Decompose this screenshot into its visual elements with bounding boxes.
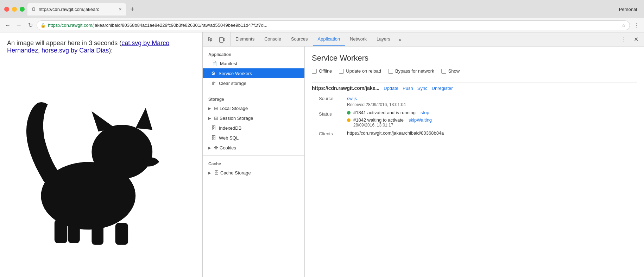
sidebar-item-indexeddb[interactable]: 🗄 IndexedDB <box>203 123 304 133</box>
sidebar-item-clear-storage[interactable]: 🗑 Clear storage <box>203 78 304 88</box>
offline-option[interactable]: Offline <box>312 68 332 74</box>
sw-status-entries: #1841 activated and is running stop #184… <box>347 110 432 128</box>
indexeddb-label: IndexedDB <box>219 125 241 131</box>
cache-storage-label: Cache Storage <box>220 170 251 176</box>
url-secure-part: https://cdn.rawgit.com/ <box>48 23 94 28</box>
nav-bar: ← → ↻ 🔒 https://cdn.rawgit.com/jakearchi… <box>0 18 644 32</box>
sidebar-item-local-storage[interactable]: ▶ ⊞ Local Storage <box>203 103 304 113</box>
tab-application[interactable]: Application <box>313 32 345 46</box>
offline-checkbox[interactable] <box>312 69 317 74</box>
title-bar: 🗒 https://cdn.rawgit.com/jakearc × + Per… <box>0 0 644 18</box>
service-workers-label: Service Workers <box>219 71 252 76</box>
sw-status-2-time: 28/09/2016, 13:01:17 <box>353 123 432 128</box>
sidebar-item-service-workers[interactable]: ⚙ Service Workers <box>203 68 304 78</box>
svg-rect-7 <box>115 223 128 245</box>
maximize-traffic-light[interactable] <box>20 7 25 12</box>
sidebar-item-manifest[interactable]: 📄 Manifest <box>203 59 304 68</box>
devtools-more-button[interactable]: ⋮ <box>619 34 629 45</box>
offline-label: Offline <box>319 68 332 74</box>
refresh-button[interactable]: ↻ <box>25 20 35 30</box>
address-bar[interactable]: 🔒 https://cdn.rawgit.com/jakearchibald/8… <box>37 20 630 30</box>
profile-label: Personal <box>619 7 640 12</box>
sw-source-label: Source <box>319 95 347 101</box>
sidebar-item-session-storage[interactable]: ▶ ⊞ Session Storage <box>203 113 304 123</box>
new-tab-button[interactable]: + <box>126 3 139 16</box>
cookies-arrow: ▶ <box>208 146 211 150</box>
sidebar-item-cache-storage[interactable]: ▶ 🗄 Cache Storage <box>203 168 304 178</box>
sw-status-label: Status <box>319 110 347 117</box>
sw-status-2-group: #1842 waiting to activate skipWaiting 28… <box>347 117 432 128</box>
sw-update-link[interactable]: Update <box>384 86 398 91</box>
devtools-tabs: Elements Console Sources Application Net… <box>231 32 616 46</box>
more-tabs-button[interactable]: » <box>395 32 405 46</box>
minimize-traffic-light[interactable] <box>12 7 17 12</box>
session-storage-arrow: ▶ <box>208 116 211 120</box>
bookmark-icon[interactable]: ☆ <box>621 23 626 28</box>
cache-storage-arrow: ▶ <box>208 171 211 175</box>
devtools-toolbar: Elements Console Sources Application Net… <box>203 32 644 47</box>
tab-console[interactable]: Console <box>259 32 286 46</box>
update-on-reload-label: Update on reload <box>346 68 381 74</box>
sidebar-item-cookies[interactable]: ▶ ✤ Cookies <box>203 143 304 153</box>
browser-window: 🗒 https://cdn.rawgit.com/jakearc × + Per… <box>0 0 644 277</box>
sw-sync-link[interactable]: Sync <box>417 86 428 91</box>
sw-unregister-link[interactable]: Unregister <box>432 86 453 91</box>
show-label: Show <box>448 68 460 74</box>
sw-origin-url: https://cdn.rawgit.com/jake... <box>312 85 379 91</box>
forward-button[interactable]: → <box>14 20 24 30</box>
manifest-icon: 📄 <box>211 61 217 66</box>
indexeddb-icon: 🗄 <box>211 125 216 131</box>
tab-close-button[interactable]: × <box>119 6 122 12</box>
devtools-panel: Elements Console Sources Application Net… <box>202 32 644 277</box>
inspect-element-icon[interactable] <box>206 34 216 45</box>
svg-rect-9 <box>223 38 225 41</box>
svg-rect-8 <box>220 37 223 42</box>
link-sep: , <box>38 47 42 54</box>
status-dot-orange <box>347 118 351 122</box>
sw-divider <box>312 82 637 82</box>
secure-icon: 🔒 <box>40 23 46 28</box>
sidebar-item-web-sql[interactable]: 🗄 Web SQL <box>203 133 304 143</box>
local-storage-arrow: ▶ <box>208 106 211 110</box>
cookies-label: Cookies <box>220 145 236 150</box>
update-on-reload-checkbox[interactable] <box>339 69 344 74</box>
sw-stop-link[interactable]: stop <box>421 110 429 115</box>
sw-source-content: sw.js Received 28/09/2016, 13:01:04 <box>347 95 406 107</box>
tab-network[interactable]: Network <box>345 32 372 46</box>
show-checkbox[interactable] <box>441 69 446 74</box>
show-option[interactable]: Show <box>441 68 460 74</box>
sw-clients-url: https://cdn.rawgit.com/jakearchibald/803… <box>347 130 444 136</box>
browser-tab[interactable]: 🗒 https://cdn.rawgit.com/jakearc × <box>27 3 126 16</box>
sw-clients-row: Clients https://cdn.rawgit.com/jakearchi… <box>312 130 637 136</box>
sw-status-2-text: #1842 waiting to activate <box>353 117 404 123</box>
clear-storage-label: Clear storage <box>219 81 246 86</box>
web-sql-label: Web SQL <box>219 135 239 141</box>
session-storage-icon: ⊞ <box>214 115 218 121</box>
bypass-for-network-option[interactable]: Bypass for network <box>388 68 434 74</box>
sidebar-section-cache: Cache <box>203 159 304 168</box>
nav-extra: ⋮ <box>631 20 641 30</box>
sw-source-file[interactable]: sw.js <box>347 96 357 101</box>
sw-options-row: Offline Update on reload Bypass for netw… <box>312 68 637 74</box>
clear-storage-icon: 🗑 <box>211 80 216 86</box>
devtools-close-button[interactable]: ✕ <box>631 34 641 45</box>
close-traffic-light[interactable] <box>4 7 9 12</box>
status-dot-green <box>347 111 351 115</box>
more-menu-button[interactable]: ⋮ <box>631 20 641 30</box>
device-toolbar-icon[interactable] <box>217 34 227 45</box>
tab-sources[interactable]: Sources <box>286 32 313 46</box>
tab-layers[interactable]: Layers <box>372 32 395 46</box>
update-on-reload-option[interactable]: Update on reload <box>339 68 381 74</box>
sw-skip-waiting-link[interactable]: skipWaiting <box>409 117 432 123</box>
devtools-actions: ⋮ ✕ <box>616 34 644 45</box>
svg-rect-6 <box>55 220 67 243</box>
session-storage-label: Session Storage <box>220 116 253 121</box>
horse-link[interactable]: horse.svg by Carla Dias <box>42 47 109 54</box>
back-button[interactable]: ← <box>3 20 13 30</box>
cookies-icon: ✤ <box>214 145 218 150</box>
tab-elements[interactable]: Elements <box>231 32 259 46</box>
sw-received-time: Received 28/09/2016, 13:01:04 <box>347 102 406 107</box>
bypass-for-network-checkbox[interactable] <box>388 69 393 74</box>
local-storage-icon: ⊞ <box>214 105 218 111</box>
sw-push-link[interactable]: Push <box>403 86 413 91</box>
